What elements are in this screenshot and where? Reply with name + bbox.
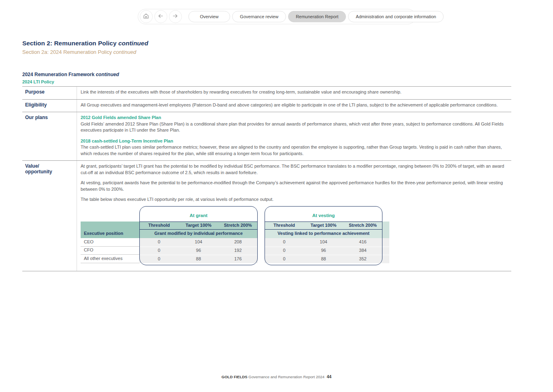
plan-2018-heading: 2018 cash-settled Long-Term Incentive Pl… — [81, 138, 510, 145]
value-para-1: At grant, participants’ target LTI grant… — [81, 163, 510, 176]
grant-span-label: Grant modified by individual performance — [139, 230, 258, 238]
lti-title-spacer — [81, 206, 139, 222]
at-grant-title: At grant — [139, 206, 258, 222]
footer-report-title: Governance and Remuneration Report 2024 — [248, 375, 324, 379]
home-icon — [143, 13, 149, 21]
at-grant-column-headers: Threshold Target 100% Stretch 200% — [139, 222, 258, 230]
cfo-vesting-values: 0 96 384 — [265, 247, 382, 255]
arrow-left-icon — [157, 13, 164, 21]
value-para-2: At vesting, participant awards have the … — [81, 180, 510, 192]
table-row-eligibility: Eligibility All Group executives and man… — [22, 100, 511, 113]
table-row-our-plans: Our plans 2012 Gold Fields amended Share… — [22, 112, 511, 161]
plan-2012-heading: 2012 Gold Fields amended Share Plan — [81, 115, 510, 121]
table-row-value-opportunity: Value/ opportunity At grant, participant… — [22, 161, 511, 271]
arrow-right-icon — [172, 13, 179, 21]
top-navigation-bar: Overview Governance review Remuneration … — [138, 9, 416, 24]
row-label-cfo: CFO — [81, 247, 139, 255]
lti-policy-table: Purpose Link the interests of the execut… — [22, 86, 511, 271]
ceo-grant-values: 0 104 208 — [139, 238, 258, 247]
value-para-3: The table below shows executive LTI oppo… — [81, 196, 510, 203]
row-label-value-opportunity: Value/ opportunity — [22, 161, 77, 271]
back-button[interactable] — [154, 10, 167, 23]
row-label-ceo: CEO — [81, 238, 139, 247]
page-content: Section 2: Remuneration Policy continued… — [22, 40, 511, 271]
section-subtitle: Section 2a: 2024 Remuneration Policy con… — [22, 49, 511, 55]
footer-brand: GOLD FIELDS — [222, 375, 248, 379]
plan-2012-text: Gold Fields’ amended 2012 Share Plan (Sh… — [81, 121, 510, 134]
other-vesting-values: 0 88 352 — [265, 255, 382, 263]
executive-position-header: Executive position — [81, 230, 139, 238]
vesting-span-label: Vesting linked to performance achievemen… — [265, 230, 382, 238]
tab-remuneration-report[interactable]: Remuneration Report — [288, 11, 346, 22]
row-content-eligibility: All Group executives and management-leve… — [77, 100, 511, 112]
row-label-our-plans: Our plans — [22, 112, 77, 160]
row-label-eligibility: Eligibility — [22, 100, 77, 112]
framework-title: 2024 Remuneration Framework continued — [22, 72, 511, 77]
footer-page-number: 44 — [327, 374, 331, 379]
other-grant-values: 0 88 176 — [139, 255, 258, 263]
table-row-purpose: Purpose Link the interests of the execut… — [22, 87, 511, 100]
nav-tab-group: Overview Governance review Remuneration … — [188, 11, 444, 22]
home-button[interactable] — [140, 10, 153, 23]
tab-governance-review[interactable]: Governance review — [232, 11, 286, 22]
at-vesting-column-headers: Threshold Target 100% Stretch 200% — [265, 222, 382, 230]
lti-opportunity-table: At grant At vesting Threshold Target 100… — [81, 206, 389, 263]
ceo-vesting-values: 0 104 416 — [265, 238, 382, 247]
row-content-purpose: Link the interests of the executives wit… — [77, 87, 511, 99]
section-title: Section 2: Remuneration Policy continued — [22, 40, 511, 47]
row-content-our-plans: 2012 Gold Fields amended Share Plan Gold… — [77, 112, 511, 160]
band-left — [81, 222, 139, 230]
page-footer: GOLD FIELDS Governance and Remuneration … — [0, 374, 553, 379]
plan-2018-text: The cash-settled LTI plan uses similar p… — [81, 144, 510, 157]
tab-administration[interactable]: Administration and corporate information — [348, 11, 444, 22]
row-label-purpose: Purpose — [22, 87, 77, 99]
row-label-other-executives: All other executives — [81, 255, 139, 263]
tab-overview[interactable]: Overview — [188, 11, 231, 22]
at-vesting-title: At vesting — [265, 206, 382, 222]
row-content-value-opportunity: At grant, participants’ target LTI grant… — [77, 161, 511, 271]
cfo-grant-values: 0 96 192 — [139, 247, 258, 255]
lti-policy-title: 2024 LTI Policy — [22, 79, 511, 84]
forward-button[interactable] — [169, 10, 182, 23]
